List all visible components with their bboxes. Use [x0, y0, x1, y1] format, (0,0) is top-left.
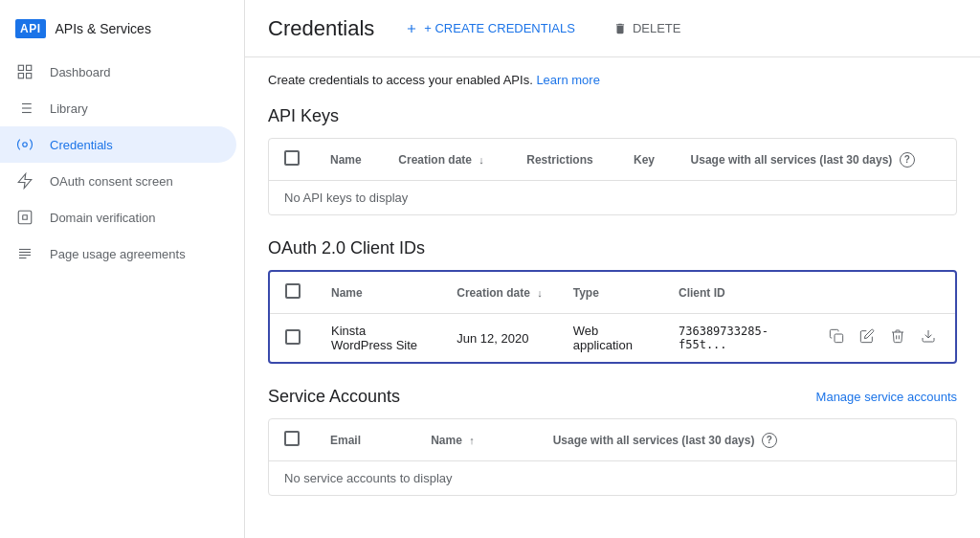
- sidebar-item-oauth[interactable]: OAuth consent screen: [0, 163, 236, 199]
- oauth-action-icons: [825, 325, 940, 351]
- delete-label: DELETE: [633, 21, 681, 35]
- dashboard-icon: [15, 63, 34, 80]
- sa-empty-message: No service accounts to display: [269, 461, 956, 496]
- api-keys-help-icon[interactable]: ?: [900, 152, 915, 168]
- delete-button[interactable]: DELETE: [606, 15, 689, 41]
- svg-marker-11: [18, 174, 32, 189]
- library-icon: [15, 100, 34, 117]
- manage-service-accounts-link[interactable]: Manage service accounts: [816, 390, 957, 404]
- api-logo: API: [15, 19, 46, 38]
- svg-rect-2: [27, 74, 32, 78]
- delete-row-icon[interactable]: [886, 325, 909, 351]
- api-keys-name-header: Name: [315, 139, 383, 181]
- api-keys-table: Name Creation date ↓ Restrictions Key Us…: [269, 139, 956, 214]
- oauth-icon: [15, 172, 34, 190]
- api-keys-creation-header[interactable]: Creation date ↓: [383, 139, 511, 181]
- api-keys-empty-message: No API keys to display: [269, 181, 956, 215]
- learn-more-link[interactable]: Learn more: [536, 73, 599, 87]
- sidebar: API APIs & Services Dashboard Library Cr…: [0, 0, 245, 538]
- api-keys-key-header: Key: [618, 139, 676, 181]
- api-keys-table-container: Name Creation date ↓ Restrictions Key Us…: [268, 138, 957, 215]
- sidebar-item-label-credentials: Credentials: [50, 138, 113, 152]
- oauth-table: Name Creation date ↓ Type Client ID: [270, 272, 955, 362]
- create-credentials-label: + CREATE CREDENTIALS: [424, 21, 575, 35]
- oauth-title: OAuth 2.0 Client IDs: [268, 238, 957, 258]
- service-accounts-header-row: Email Name ↑ Usage with all services (la…: [269, 419, 956, 461]
- oauth-type-header: Type: [558, 272, 663, 314]
- domain-icon: [15, 209, 34, 226]
- oauth-row-actions: [810, 314, 955, 363]
- sidebar-item-dashboard[interactable]: Dashboard: [0, 54, 236, 90]
- oauth-row-checkbox[interactable]: [285, 329, 301, 345]
- api-keys-checkbox-header: [269, 139, 315, 181]
- oauth-row-type: Web application: [558, 314, 663, 363]
- oauth-sort-icon: ↓: [537, 287, 543, 299]
- table-row: Kinsta WordPress Site Jun 12, 2020 Web a…: [270, 314, 955, 363]
- oauth-name-header: Name: [316, 272, 441, 314]
- sa-sort-icon: ↑: [469, 435, 475, 446]
- service-accounts-table-container: Email Name ↑ Usage with all services (la…: [268, 418, 957, 496]
- oauth-clientid-header: Client ID: [663, 272, 810, 314]
- api-keys-header-row: Name Creation date ↓ Restrictions Key Us…: [269, 139, 956, 181]
- api-keys-select-all-checkbox[interactable]: [284, 150, 300, 166]
- oauth-actions-header: [810, 272, 955, 314]
- svg-rect-1: [27, 65, 32, 70]
- sa-usage-header: Usage with all services (last 30 days) ?: [538, 419, 956, 461]
- svg-rect-17: [835, 334, 843, 343]
- oauth-checkbox-header: [270, 272, 316, 314]
- main-body: Create credentials to access your enable…: [245, 57, 980, 534]
- sidebar-item-domain[interactable]: Domain verification: [0, 199, 236, 235]
- oauth-table-container: Name Creation date ↓ Type Client ID: [268, 270, 957, 364]
- page-title: Credentials: [268, 16, 374, 41]
- main-header: Credentials + CREATE CREDENTIALS DELETE: [245, 0, 980, 57]
- sidebar-item-credentials[interactable]: Credentials: [0, 126, 236, 163]
- sidebar-header: API APIs & Services: [0, 8, 244, 54]
- svg-rect-12: [18, 211, 32, 224]
- sidebar-item-label-page-usage: Page usage agreements: [50, 247, 186, 261]
- api-keys-title: API Keys: [268, 106, 957, 126]
- sidebar-item-label-domain: Domain verification: [50, 211, 156, 225]
- info-bar: Create credentials to access your enable…: [268, 73, 957, 87]
- create-credentials-button[interactable]: + CREATE CREDENTIALS: [397, 15, 583, 41]
- service-accounts-header: Service Accounts Manage service accounts: [268, 387, 957, 407]
- api-keys-restrictions-header: Restrictions: [511, 139, 618, 181]
- svg-rect-3: [18, 74, 23, 78]
- sa-email-header: Email: [315, 419, 415, 461]
- sidebar-item-label-library: Library: [50, 101, 88, 116]
- svg-point-10: [23, 143, 28, 147]
- api-keys-empty-row: No API keys to display: [269, 181, 956, 215]
- sidebar-title: APIs & Services: [56, 21, 151, 36]
- oauth-row-clientid: 736389733285-f55t...: [663, 314, 810, 363]
- creation-sort-icon: ↓: [479, 154, 484, 166]
- service-accounts-table: Email Name ↑ Usage with all services (la…: [269, 419, 956, 495]
- oauth-row-checkbox-cell: [270, 314, 316, 363]
- main-content: Credentials + CREATE CREDENTIALS DELETE …: [245, 0, 980, 538]
- copy-icon[interactable]: [825, 325, 848, 351]
- page-usage-icon: [15, 245, 34, 262]
- service-accounts-title: Service Accounts: [268, 387, 400, 407]
- oauth-creation-header[interactable]: Creation date ↓: [441, 272, 558, 314]
- sa-select-all-checkbox[interactable]: [284, 431, 300, 446]
- oauth-row-name: Kinsta WordPress Site: [316, 314, 441, 363]
- oauth-select-all-checkbox[interactable]: [285, 283, 301, 299]
- info-text: Create credentials to access your enable…: [268, 73, 533, 87]
- download-icon[interactable]: [917, 325, 940, 351]
- sa-checkbox-header: [269, 419, 315, 461]
- api-keys-usage-header: Usage with all services (last 30 days) ?: [676, 139, 956, 181]
- sa-empty-row: No service accounts to display: [269, 461, 956, 496]
- credentials-icon: [15, 136, 34, 153]
- oauth-row-date: Jun 12, 2020: [441, 314, 558, 363]
- sidebar-item-library[interactable]: Library: [0, 90, 236, 126]
- oauth-header-row: Name Creation date ↓ Type Client ID: [270, 272, 955, 314]
- sidebar-item-label-dashboard: Dashboard: [50, 65, 111, 79]
- sidebar-item-page-usage[interactable]: Page usage agreements: [0, 235, 236, 272]
- edit-icon[interactable]: [856, 325, 879, 351]
- sa-name-header[interactable]: Name ↑: [415, 419, 537, 461]
- sidebar-nav: Dashboard Library Credentials OAuth cons…: [0, 54, 244, 272]
- svg-rect-0: [18, 65, 23, 70]
- sa-help-icon[interactable]: ?: [762, 433, 777, 448]
- sidebar-item-label-oauth: OAuth consent screen: [50, 174, 173, 189]
